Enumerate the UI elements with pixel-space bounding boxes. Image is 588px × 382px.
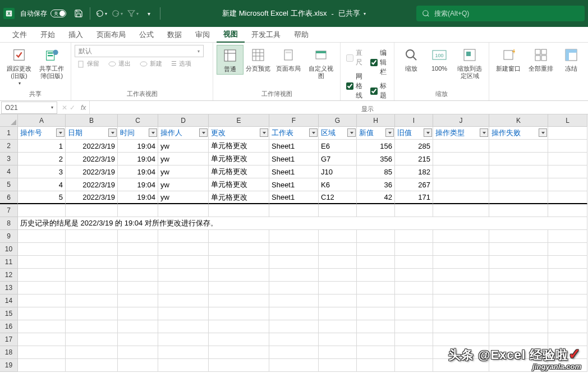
cell[interactable] xyxy=(18,256,66,269)
cell[interactable]: 215 xyxy=(395,153,433,165)
cell[interactable] xyxy=(489,204,548,217)
cell[interactable]: 19:04 xyxy=(118,165,158,178)
cell[interactable] xyxy=(548,204,587,217)
cell[interactable] xyxy=(433,333,489,346)
new-window-button[interactable]: + 新建窗口 xyxy=(493,45,524,73)
cell[interactable] xyxy=(319,333,357,346)
search-input[interactable]: 搜索(Alt+Q) xyxy=(416,6,585,21)
header-cell[interactable]: 操作失败 xyxy=(489,127,548,140)
cell[interactable] xyxy=(269,230,319,243)
header-cell[interactable]: 工作表 xyxy=(269,127,319,140)
cell[interactable]: 85 xyxy=(357,165,395,178)
col-header-F[interactable]: F xyxy=(269,114,319,127)
row-header[interactable]: 12 xyxy=(0,269,18,282)
filter-icon[interactable]: ▾ xyxy=(125,6,141,21)
header-cell[interactable]: 时间 xyxy=(118,127,158,140)
cell[interactable]: K6 xyxy=(319,178,357,191)
cell[interactable] xyxy=(433,178,489,191)
cell[interactable]: 19:04 xyxy=(118,191,158,204)
filter-dropdown-icon[interactable] xyxy=(149,128,157,137)
cell[interactable]: 单元格更改 xyxy=(209,178,269,191)
cell[interactable] xyxy=(118,359,158,372)
col-header-K[interactable]: K xyxy=(489,114,548,127)
cell[interactable] xyxy=(66,320,118,333)
cell[interactable] xyxy=(18,269,66,282)
cell[interactable] xyxy=(18,307,66,320)
cell[interactable] xyxy=(548,178,587,191)
cell[interactable]: yw xyxy=(158,153,209,165)
cell[interactable]: 171 xyxy=(395,191,433,204)
tab-review[interactable]: 审阅 xyxy=(189,27,217,43)
tab-view[interactable]: 视图 xyxy=(217,27,245,43)
cell[interactable] xyxy=(66,230,118,243)
cell[interactable] xyxy=(319,269,357,282)
custom-view-button[interactable]: 自定义视图 xyxy=(305,45,337,81)
cell[interactable] xyxy=(433,320,489,333)
row-header[interactable]: 19 xyxy=(0,359,18,372)
cell[interactable] xyxy=(209,256,269,269)
row-header[interactable]: 17 xyxy=(0,333,18,346)
cell[interactable]: Sheet1 xyxy=(269,165,319,178)
cell[interactable]: 2022/3/19 xyxy=(66,165,118,178)
col-header-B[interactable]: B xyxy=(66,114,118,127)
cell[interactable] xyxy=(118,243,158,256)
cell[interactable] xyxy=(548,333,587,346)
cell[interactable] xyxy=(433,269,489,282)
row-header[interactable]: 1 xyxy=(0,127,18,140)
options-button[interactable]: ☰选项 xyxy=(169,58,194,69)
cell[interactable] xyxy=(66,333,118,346)
cell[interactable]: Sheet1 xyxy=(269,178,319,191)
cell[interactable] xyxy=(548,140,587,153)
cell[interactable] xyxy=(548,307,587,320)
cell[interactable] xyxy=(158,230,209,243)
tab-file[interactable]: 文件 xyxy=(6,27,34,43)
cell[interactable] xyxy=(158,320,209,333)
col-header-A[interactable]: A xyxy=(18,114,66,127)
cell[interactable] xyxy=(433,204,489,217)
cell[interactable] xyxy=(489,178,548,191)
cell[interactable] xyxy=(357,333,395,346)
row-header[interactable]: 18 xyxy=(0,346,18,359)
row-header[interactable]: 3 xyxy=(0,153,18,165)
cell[interactable] xyxy=(489,140,548,153)
row-header[interactable]: 13 xyxy=(0,282,18,294)
cell[interactable] xyxy=(433,256,489,269)
cell[interactable] xyxy=(209,243,269,256)
row-header[interactable]: 14 xyxy=(0,294,18,307)
autosave-toggle[interactable]: 自动保存 关 xyxy=(20,9,66,19)
header-cell[interactable]: 日期 xyxy=(66,127,118,140)
cell[interactable] xyxy=(395,269,433,282)
cell[interactable] xyxy=(158,333,209,346)
filter-dropdown-icon[interactable] xyxy=(260,128,268,137)
cell[interactable] xyxy=(319,320,357,333)
cell[interactable] xyxy=(66,243,118,256)
cell[interactable] xyxy=(209,320,269,333)
cell[interactable] xyxy=(395,359,433,372)
cell[interactable] xyxy=(357,346,395,359)
normal-view-button[interactable]: 普通 xyxy=(217,45,244,75)
cell[interactable]: yw xyxy=(158,178,209,191)
cell[interactable] xyxy=(66,294,118,307)
tab-data[interactable]: 数据 xyxy=(160,27,189,43)
sheet-view-dropdown[interactable]: 默认 ▾ xyxy=(75,45,204,57)
col-header-D[interactable]: D xyxy=(158,114,209,127)
cell[interactable] xyxy=(548,282,587,294)
cell[interactable] xyxy=(319,230,357,243)
cell[interactable]: 19:04 xyxy=(118,178,158,191)
cell[interactable]: 4 xyxy=(18,178,66,191)
cell[interactable] xyxy=(66,204,118,217)
cell[interactable] xyxy=(18,243,66,256)
cell[interactable] xyxy=(269,359,319,372)
cell[interactable] xyxy=(118,269,158,282)
cell[interactable] xyxy=(269,320,319,333)
exit-button[interactable]: 退出 xyxy=(106,58,133,69)
row-header[interactable]: 11 xyxy=(0,256,18,269)
cell[interactable] xyxy=(395,333,433,346)
cell[interactable] xyxy=(18,204,66,217)
pagebreak-button[interactable]: 分页预览 xyxy=(245,45,272,73)
cell[interactable] xyxy=(489,320,548,333)
cell[interactable] xyxy=(269,204,319,217)
cell[interactable]: J10 xyxy=(319,165,357,178)
cell[interactable]: Sheet1 xyxy=(269,153,319,165)
cell[interactable] xyxy=(433,140,489,153)
